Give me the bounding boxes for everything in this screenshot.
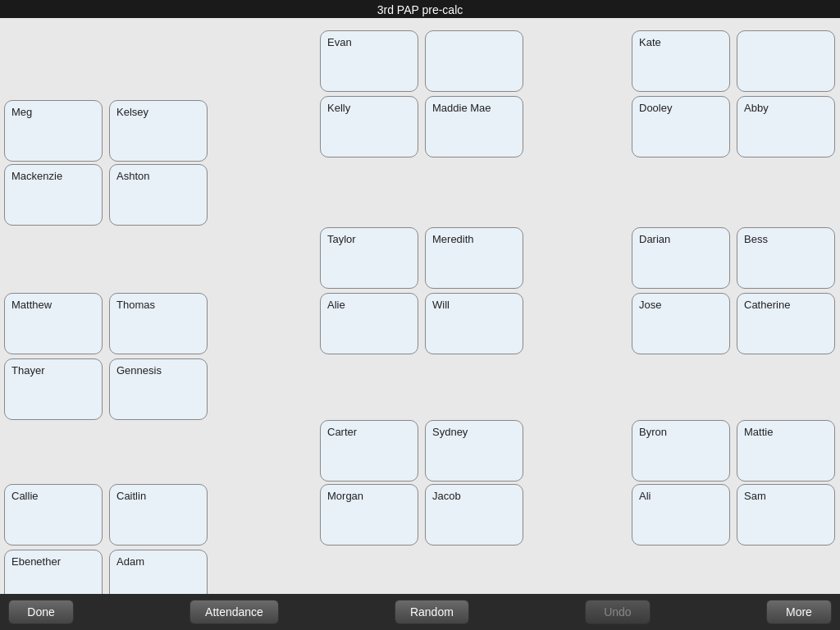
page-title: 3rd PAP pre-calc xyxy=(377,3,463,16)
student-card[interactable]: Matthew xyxy=(4,293,103,354)
more-button[interactable]: More xyxy=(766,600,832,624)
student-card[interactable]: Will xyxy=(425,293,523,354)
student-card[interactable]: Ali xyxy=(632,484,730,546)
student-card[interactable]: Kelly xyxy=(320,96,418,158)
student-card[interactable]: Taylor xyxy=(320,227,418,289)
student-card[interactable]: Carter xyxy=(320,420,418,482)
undo-button[interactable]: Undo xyxy=(585,600,651,624)
student-card[interactable]: Ashton xyxy=(109,164,208,226)
student-card[interactable] xyxy=(737,30,835,92)
student-card[interactable]: Mackenzie xyxy=(4,164,103,226)
student-card[interactable]: Evan xyxy=(320,30,418,92)
main-area: EvanKateKellyMaddie MaeDooleyAbbyMegKels… xyxy=(0,18,840,594)
student-card[interactable]: Ebenether xyxy=(4,550,103,594)
student-card[interactable]: Gennesis xyxy=(109,358,208,420)
student-card[interactable]: Bess xyxy=(737,227,835,289)
students-container: EvanKateKellyMaddie MaeDooleyAbbyMegKels… xyxy=(0,18,840,594)
student-card[interactable]: Alie xyxy=(320,293,418,354)
student-card[interactable]: Mattie xyxy=(737,420,835,482)
student-card[interactable]: Jose xyxy=(632,293,730,354)
student-card[interactable]: Sam xyxy=(737,484,835,546)
done-button[interactable]: Done xyxy=(8,600,74,624)
student-card[interactable]: Morgan xyxy=(320,484,418,546)
student-card[interactable]: Kate xyxy=(632,30,730,92)
student-card[interactable]: Byron xyxy=(632,420,730,482)
attendance-button[interactable]: Attendance xyxy=(189,600,279,624)
student-card[interactable]: Sydney xyxy=(425,420,523,482)
student-card[interactable]: Meg xyxy=(4,100,103,162)
student-card[interactable] xyxy=(425,30,523,92)
student-card[interactable]: Kelsey xyxy=(109,100,208,162)
student-card[interactable]: Callie xyxy=(4,484,103,546)
student-card[interactable]: Catherine xyxy=(737,293,835,354)
student-card[interactable]: Caitlin xyxy=(109,484,208,546)
title-bar: 3rd PAP pre-calc xyxy=(0,0,840,18)
student-card[interactable]: Maddie Mae xyxy=(425,96,523,158)
student-card[interactable]: Thayer xyxy=(4,358,103,420)
random-button[interactable]: Random xyxy=(395,600,469,624)
student-card[interactable]: Dooley xyxy=(632,96,730,158)
student-card[interactable]: Darian xyxy=(632,227,730,289)
student-card[interactable]: Meredith xyxy=(425,227,523,289)
student-card[interactable]: Thomas xyxy=(109,293,208,354)
student-card[interactable]: Adam xyxy=(109,550,208,594)
bottom-bar: Done Attendance Random Undo More xyxy=(0,594,840,630)
student-card[interactable]: Abby xyxy=(737,96,835,158)
student-card[interactable]: Jacob xyxy=(425,484,523,546)
